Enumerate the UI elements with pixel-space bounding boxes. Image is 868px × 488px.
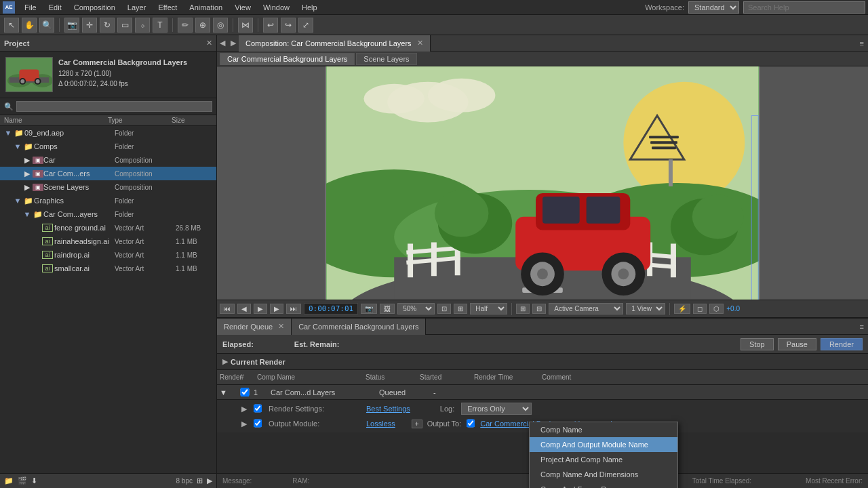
dropdown-item-comp-dims[interactable]: Comp Name And Dimensions [530,467,677,482]
flow-btn[interactable]: ⊞ [197,476,203,485]
import-btn[interactable]: ⬇ [31,476,37,485]
item-type: Vector Art [115,265,176,272]
workspace-select[interactable]: Standard [688,1,739,14]
project-search-input[interactable] [16,101,212,112]
grid-btn[interactable]: ⊞ [516,304,530,314]
dropdown-item-comp-name[interactable]: Comp Name [530,422,677,437]
tree-item-rainaheadsign[interactable]: ai rainaheadsign.ai Vector Art 1.1 MB [0,235,216,248]
tool-clone[interactable]: ⊕ [195,18,210,33]
camera-select[interactable]: Active Camera [549,303,623,314]
menu-animation[interactable]: Animation [184,2,228,13]
comp-tab-close[interactable]: ✕ [417,39,423,47]
rs-expand[interactable]: ▶ [241,405,251,413]
comp-tab-main[interactable]: Composition: Car Commercial Background L… [239,35,431,52]
next-frame-btn[interactable]: ▶ [270,304,283,314]
dropdown-item-comp-output[interactable]: Comp And Output Module Name [530,437,677,452]
tab-render-queue-close[interactable]: ✕ [278,322,284,331]
menu-view[interactable]: View [229,2,256,13]
tool-select[interactable]: ↖ [4,18,19,33]
zoom-select[interactable]: 50% 100% 25% [397,303,435,314]
tool-pen[interactable]: ✋ [22,18,37,33]
tab-car-commercial[interactable]: Car Commercial Background Layers [292,319,426,335]
add-output-btn[interactable]: + [412,420,422,428]
menu-layer[interactable]: Layer [122,2,152,13]
scene-tab-car-commercial[interactable]: Car Commercial Background Layers [220,53,355,65]
tool-misc3[interactable]: ⤢ [298,18,313,33]
view-select[interactable]: 1 View [626,303,665,314]
om-expand[interactable]: ▶ [241,420,251,428]
tool-camera[interactable]: 📷 [64,18,79,33]
menu-effect[interactable]: Effect [153,2,182,13]
prev-frame-btn[interactable]: ◀ [237,304,251,314]
new-folder-btn[interactable]: 📁 [4,476,14,485]
transparency-btn[interactable]: ⬡ [709,304,724,314]
output-to-cb[interactable] [467,419,475,428]
stop-button[interactable]: Stop [741,338,774,350]
panel-menu-btn[interactable]: ≡ [856,39,868,47]
rs-checkbox[interactable] [254,404,262,413]
tree-item-comps[interactable]: ▼ 📁 Comps Folder [0,140,216,153]
tool-rect[interactable]: ▭ [117,18,132,33]
tree-item-fence[interactable]: ai fence ground.ai Vector Art 26.8 MB [0,221,216,235]
tool-zoom[interactable]: 🔍 [39,18,54,33]
wireframe-btn[interactable]: ◻ [693,304,707,314]
tab-render-queue[interactable]: Render Queue ✕ [217,319,292,335]
menu-window[interactable]: Window [258,2,295,13]
tree-item-raindrop[interactable]: ai raindrop.ai Vector Art 1.1 MB [0,248,216,262]
tree-item-smallcar[interactable]: ai smallcar.ai Vector Art 1.1 MB [0,262,216,275]
tool-puppet[interactable]: ⋈ [238,18,253,33]
om-checkbox[interactable] [254,419,262,428]
quality-select[interactable]: Half Full Third Quarter [470,303,507,314]
panel-menu-btn-2[interactable]: ≡ [856,323,868,331]
scene-tab-scene-layers[interactable]: Scene Layers [356,53,416,65]
tree-item-root[interactable]: ▼ 📁 09_end.aep Folder [0,126,216,140]
timecode[interactable]: 0:00:07:01 [304,303,358,314]
project-close-btn[interactable]: ✕ [206,39,212,47]
render-btn-panel[interactable]: ▶ [207,476,212,485]
tool-misc1[interactable]: ↩ [263,18,278,33]
log-select[interactable]: Errors Only Plus Settings Per Frame Info… [461,403,532,415]
tab-nav-back[interactable]: ◀ [217,39,228,47]
tool-rotate[interactable]: ↻ [100,18,115,33]
tree-item-car-commercial[interactable]: ▶ ▣ Car Com...ers Composition [0,167,216,180]
menu-file[interactable]: File [19,2,42,13]
fit-btn[interactable]: ⊡ [437,304,451,314]
tool-eraser[interactable]: ◎ [213,18,228,33]
dropdown-item-comp-frame[interactable]: Comp And Frame Range [530,482,677,488]
tab-nav-fwd[interactable]: ▶ [228,39,239,47]
tool-pen2[interactable]: ✏ [178,18,193,33]
offset-display: +0.0 [726,305,740,312]
rq-expand[interactable]: ▼ [220,388,240,396]
dropdown-item-project-comp[interactable]: Project And Comp Name [530,452,677,467]
rs-value[interactable]: Best Settings [366,405,410,413]
play-btn[interactable]: ▶ [254,304,267,314]
rq-checkbox[interactable] [240,388,250,396]
new-comp-btn[interactable]: 🎬 [18,476,27,485]
rq-row-1[interactable]: ▼ 1 Car Com...d Layers Queued - [217,385,868,400]
recent-error-label: Most Recent Error: [806,477,863,485]
menu-composition[interactable]: Composition [68,2,121,13]
rq-comp-name: Car Com...d Layers [271,388,379,396]
snapshot-btn[interactable]: 📷 [361,304,377,314]
pause-button[interactable]: Pause [778,338,816,350]
tool-misc2[interactable]: ↪ [281,18,296,33]
om-value[interactable]: Lossless [366,420,395,428]
tool-anchor[interactable]: ✛ [82,18,97,33]
play-fwd-btn[interactable]: ⏭ [286,304,301,314]
tool-text[interactable]: T [153,18,167,33]
overlay-btn[interactable]: ⊟ [532,304,546,314]
tree-item-car[interactable]: ▶ ▣ Car Composition [0,153,216,167]
render-button[interactable]: Render [821,338,863,350]
play-back-btn[interactable]: ⏮ [220,304,235,314]
tree-item-graphics[interactable]: ▼ 📁 Graphics Folder [0,194,216,207]
resolution-btn[interactable]: ⊞ [454,304,467,314]
fast-preview-btn[interactable]: ⚡ [674,304,690,314]
tree-item-car-layers-folder[interactable]: ▼ 📁 Car Com...ayers Folder [0,207,216,221]
tree-item-scene-layers[interactable]: ▶ ▣ Scene Layers Composition [0,180,216,194]
menu-edit[interactable]: Edit [43,2,67,13]
expand-current-render[interactable]: ▶ [222,357,228,366]
tool-paint[interactable]: ⬦ [135,18,150,33]
menu-help[interactable]: Help [296,2,323,13]
show-snapshot-btn[interactable]: 🖼 [380,304,395,314]
search-input[interactable] [743,1,865,14]
